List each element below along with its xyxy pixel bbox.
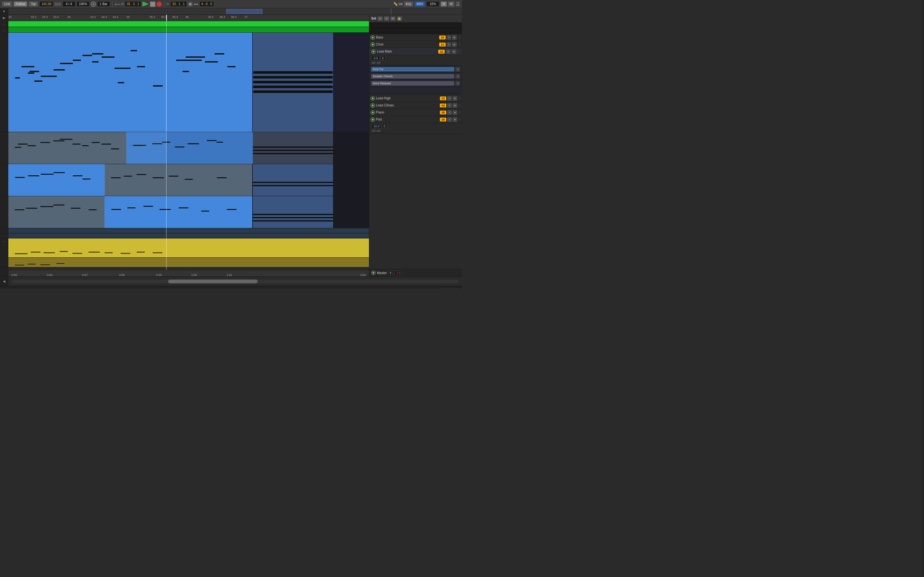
loop-icon[interactable]: ↺ [121,2,124,6]
pad-solo[interactable]: S [447,117,452,122]
lead-main-play-btn[interactable] [371,49,376,54]
loop-toggle[interactable] [188,2,192,6]
pad-key-display[interactable]: C [382,124,388,129]
lead-high-mute[interactable]: ● [453,96,457,101]
blue-clip5[interactable] [253,196,333,228]
lead-high-clip[interactable] [8,228,369,233]
lead-main-clip3[interactable] [253,33,333,132]
loop-end-display[interactable]: 4 . 0 . 0 [200,1,214,7]
gnote-1 [18,143,27,145]
play-button[interactable] [142,2,149,7]
simpler-chords-pill[interactable]: Simpler Chords [371,74,454,79]
pad-vol-display[interactable]: -10.3 [371,124,381,129]
choir-solo[interactable]: S [447,42,451,47]
pad-play-btn[interactable] [371,117,375,122]
choir-track-item[interactable]: Choir 11 S ● ⋮ [369,41,462,48]
lead-high-play-btn[interactable] [371,96,375,101]
lead-high-track-item[interactable]: Lead High 13 S ● ⋮ [369,95,462,102]
panel-btn-plus[interactable]: + [384,16,389,21]
lead-climax-solo[interactable]: S [447,103,452,108]
panel-btn-minus[interactable]: + [378,16,383,21]
bpm-display[interactable]: 141.00 [39,1,53,7]
lead-climax-play-btn[interactable] [371,103,375,108]
hw-button[interactable]: H [441,1,447,7]
panel-spacer [369,134,462,269]
bnote-6 [207,140,216,141]
pad-mute[interactable]: ● [453,117,457,122]
panel-btn-lock[interactable]: 🔒 [397,16,402,21]
empty-slot-1[interactable] [369,87,462,94]
lead-main-clip2[interactable] [166,33,252,132]
loop-start-display[interactable]: 33 . 1 . 1 [170,1,187,7]
note-5 [53,69,65,71]
piano-solo[interactable]: S [447,110,452,115]
zoom-display[interactable]: 100% [77,1,89,7]
lead-main-key-display[interactable]: C [381,56,386,61]
bass-track-item[interactable]: Bass 10 S ● ⋮ [369,34,462,41]
master-play-btn[interactable] [371,271,376,275]
bottom-scrollbar[interactable] [11,279,459,284]
choir-clip-full[interactable] [8,27,369,32]
first-try-slot[interactable]: First Try ⊞ [369,66,462,73]
tracks-content [8,21,369,270]
stop-button[interactable] [150,2,155,7]
lead-climax-mute[interactable]: ● [453,103,457,108]
position-display[interactable]: 35 . 3 . 1 [125,1,141,7]
piano-mute[interactable]: ● [453,110,457,115]
lead-main-solo[interactable]: S [446,49,451,54]
lead-main-clip1[interactable] [8,33,166,132]
gnote-2 [15,147,21,148]
lead-high-solo[interactable]: S [447,96,452,101]
simpler-chords-slot[interactable]: Simpler Chords ⊞ [369,73,462,80]
link-button[interactable]: Link [2,1,12,7]
tap-button[interactable]: Tap [29,1,38,7]
choir-mute[interactable]: ● [452,42,457,47]
blue-clip-overlay[interactable] [126,132,264,164]
more-relaxed-pill[interactable]: More Relaxed [371,81,454,85]
lead-main-header[interactable]: Lead Main 12 S ● ⋮ [369,48,462,55]
dark-clip-right[interactable] [253,132,333,164]
bass-play-btn[interactable] [371,35,375,40]
more-relaxed-slot[interactable]: More Relaxed ⊞ [369,80,462,87]
lead-climax-clip[interactable] [8,234,369,238]
pad-clip-full[interactable] [8,258,369,267]
piano-clip-full[interactable] [8,239,369,258]
quantize-display[interactable]: 1 Bar [97,1,110,7]
hamburger-icon[interactable]: ☰ [456,2,460,7]
panel-btn-pencil[interactable]: ✏ [391,16,396,21]
master-db-display[interactable]: -7.0 [394,271,403,275]
time-sig-display[interactable]: 4 / 4 [63,1,75,7]
key-button[interactable]: Key [404,1,413,7]
piano-track-item[interactable]: Piano 15 S ● ⋮ [369,109,462,116]
record-button[interactable] [157,2,162,7]
follow-button[interactable]: Follow [13,1,27,7]
scroll-left-btn[interactable]: ◀ [0,277,8,286]
pad-track-item[interactable]: Pad 16 S ● ⋮ [369,116,462,123]
bass-solo[interactable]: S [447,35,451,40]
blue-clip3[interactable] [253,164,333,196]
rewind-icon[interactable]: ⟵ [115,2,120,6]
grey-clip3[interactable] [8,196,105,228]
simpler-chords-expand-btn[interactable]: ⊞ [456,74,460,79]
w-button[interactable]: W [448,1,455,7]
lead-main-vol-display[interactable]: -3.9 [371,56,380,61]
zoom-pct2-display[interactable]: 15% [426,1,439,7]
master-vol-display[interactable]: 0 [388,271,393,275]
scroll-thumb[interactable] [168,279,258,284]
midi-button[interactable]: MIDI [415,1,425,7]
grey-clip2[interactable] [105,164,252,196]
collapse-arrow[interactable]: ▼ [0,8,8,15]
bass-clip-full[interactable] [8,21,369,27]
first-try-pill[interactable]: First Try [371,67,454,71]
bottom-scrollbar-area: ◀ [0,276,462,286]
pad-n1 [15,265,24,266]
blue-clip4[interactable] [105,196,252,228]
lead-main-mute[interactable]: ● [452,49,456,54]
lead-climax-track-item[interactable]: Lead Climax 14 S ● ⋮ [369,102,462,109]
first-try-expand-btn[interactable]: ⊞ [456,67,460,71]
blue-clip2[interactable] [8,164,105,196]
piano-play-btn[interactable] [371,110,375,115]
more-relaxed-expand-btn[interactable]: ⊞ [456,81,460,85]
choir-play-btn[interactable] [371,42,375,47]
bass-mute[interactable]: ● [452,35,457,40]
